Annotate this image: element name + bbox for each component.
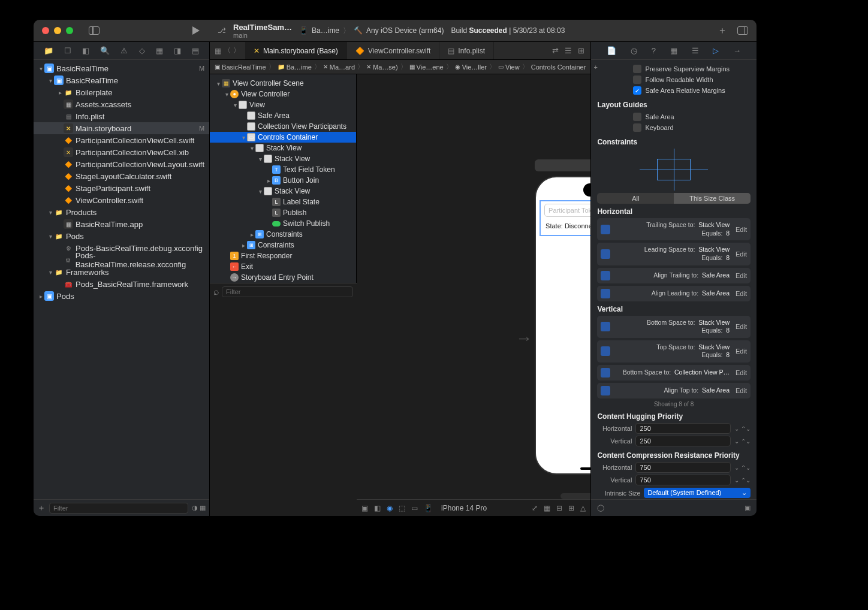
tree-item[interactable]: ▦BasicRealTime.app xyxy=(34,218,209,230)
project-navigator-icon[interactable]: 📁 xyxy=(44,46,53,55)
tree-item[interactable]: 🔶ParticipantCollectionViewLayout.swift xyxy=(34,158,209,170)
disclosure-icon[interactable]: ▸ xyxy=(37,293,44,300)
edit-button[interactable]: Edit xyxy=(736,226,747,233)
disclosure-icon[interactable]: ▾ xyxy=(257,188,264,195)
constraint-item[interactable]: Top Space to: Stack ViewEquals: 8Edit xyxy=(597,340,751,363)
tree-item[interactable]: ▾📁Products xyxy=(34,206,209,218)
zoom-window-icon[interactable] xyxy=(66,27,73,34)
tree-item[interactable]: ⚙Pods-BasicRealTime.release.xcconfig xyxy=(34,254,209,266)
jumpbar-crumb[interactable]: Controls Container xyxy=(531,64,586,71)
priority-input[interactable] xyxy=(635,475,731,485)
controls-container-view[interactable]: Participant Token Join State: Disconnect… xyxy=(540,200,590,236)
document-outline[interactable]: ▾▦View Controller Scene▾●View Controller… xyxy=(210,74,357,283)
tree-item[interactable]: ▸📁Boilerplate xyxy=(34,86,209,98)
disclosure-icon[interactable]: ▸ xyxy=(248,231,255,238)
tree-item[interactable]: ▾📁Pods xyxy=(34,230,209,242)
outline-item[interactable]: LPublish xyxy=(210,207,356,218)
close-window-icon[interactable] xyxy=(42,27,49,34)
size-inspector-icon[interactable]: ▷ xyxy=(713,46,719,55)
issue-navigator-icon[interactable]: ⚠ xyxy=(120,46,128,55)
tree-item[interactable]: ▤Info.plist xyxy=(34,110,209,122)
pin-icon[interactable]: ⊞ xyxy=(568,504,574,512)
disclosure-icon[interactable]: ▾ xyxy=(215,80,222,87)
device-name[interactable]: iPhone 14 Pro xyxy=(441,504,487,512)
symbol-navigator-icon[interactable]: ◧ xyxy=(82,46,89,55)
orientation-icon[interactable]: 📱 xyxy=(424,504,433,512)
tree-item[interactable]: 🔶ParticipantCollectionViewCell.swift xyxy=(34,134,209,146)
constraint-item[interactable]: Bottom Space to: Stack ViewEquals: 8Edit xyxy=(597,316,751,338)
library-icon[interactable]: ◯ xyxy=(597,504,604,512)
constraint-item[interactable]: Bottom Space to: Collection View P…Edit xyxy=(597,365,751,381)
disclosure-icon[interactable]: ▾ xyxy=(47,233,54,240)
editor-tab[interactable]: ✕Main.storyboard (Base) xyxy=(245,42,347,59)
priority-input[interactable] xyxy=(635,462,731,473)
outline-item[interactable]: ▭Collection View Participants xyxy=(210,121,356,132)
outline-item[interactable]: ←Exit xyxy=(210,261,356,272)
disclosure-icon[interactable]: ▾ xyxy=(231,102,239,108)
jumpbar-crumb[interactable]: ✕Ma…ard xyxy=(323,64,355,71)
checkbox-icon[interactable]: ✓ xyxy=(633,86,641,95)
edit-button[interactable]: Edit xyxy=(736,387,747,394)
checkbox-icon[interactable] xyxy=(633,76,641,84)
scene-dock[interactable] xyxy=(535,159,590,171)
outline-item[interactable]: →Storyboard Entry Point xyxy=(210,272,356,283)
edit-button[interactable]: Edit xyxy=(736,323,747,330)
add-file-icon[interactable]: ＋ xyxy=(37,503,46,514)
toggle-outline-icon[interactable]: ▣ xyxy=(361,504,368,512)
stepper-icon[interactable]: ⌄ ⌃⌄ xyxy=(734,464,751,471)
outline-item[interactable]: ▾▭Controls Container xyxy=(210,132,356,143)
inspector-selector[interactable]: 📄 ◷ ? ▦ ☰ ▷ → xyxy=(591,42,757,60)
jumpbar-crumb[interactable]: 📁Ba…ime xyxy=(278,64,312,71)
variants-icon[interactable]: ⬚ xyxy=(399,504,405,512)
recent-files-icon[interactable]: ◑ ▦ xyxy=(192,504,206,512)
outline-item[interactable]: LLabel State xyxy=(210,197,356,207)
intrinsic-size-select[interactable]: Default (System Defined)⌄ xyxy=(644,488,751,498)
edit-button[interactable]: Edit xyxy=(736,348,747,355)
edit-button[interactable]: Edit xyxy=(736,290,747,297)
checkbox-row[interactable]: Follow Readable Width xyxy=(597,74,751,85)
interface-builder-canvas[interactable]: → Participant Token Join xyxy=(357,74,590,499)
disclosure-icon[interactable]: ▾ xyxy=(248,145,255,152)
checkbox-row[interactable]: ✓Safe Area Relative Margins xyxy=(597,85,751,96)
outline-item[interactable]: ▾▭View xyxy=(210,99,356,110)
constraint-item[interactable]: Align Top to: Safe AreaEdit xyxy=(597,383,751,398)
project-tree[interactable]: ▾ ▣ BasicRealTime M ▾▣BasicRealTime▸📁Boi… xyxy=(34,60,209,499)
connections-inspector-icon[interactable]: → xyxy=(733,46,741,55)
toggle-bottom-icon[interactable]: ▣ xyxy=(745,504,751,512)
outline-item[interactable]: TText Field Token xyxy=(210,164,356,175)
disclosure-icon[interactable]: ▸ xyxy=(240,242,247,249)
editor-tab[interactable]: 🔶ViewController.swift xyxy=(347,42,439,59)
checkbox-row[interactable]: Keyboard xyxy=(597,122,751,133)
stepper-icon[interactable]: ⌄ ⌃⌄ xyxy=(734,477,751,484)
align-icon[interactable]: ⊟ xyxy=(556,504,562,512)
participant-token-field[interactable]: Participant Token xyxy=(544,204,590,217)
add-editor-below-icon[interactable]: ⊞ xyxy=(578,46,584,55)
constraint-item[interactable]: Align Leading to: Safe AreaEdit xyxy=(597,286,751,301)
jumpbar-crumb[interactable]: ▣BasicRealTime xyxy=(215,64,266,71)
source-control-navigator-icon[interactable]: ☐ xyxy=(64,46,71,55)
tree-root[interactable]: ▾ ▣ BasicRealTime M xyxy=(34,62,209,74)
file-inspector-icon[interactable]: 📄 xyxy=(607,46,616,55)
stepper-icon[interactable]: ⌄ ⌃⌄ xyxy=(734,438,751,445)
toggle-inspector-icon[interactable] xyxy=(737,26,748,35)
tree-item[interactable]: 🔶ViewController.swift xyxy=(34,194,209,206)
jumpbar-crumb[interactable]: ▦Vie…ene xyxy=(409,64,444,71)
project-title[interactable]: RealTimeSam… xyxy=(233,23,292,32)
debug-navigator-icon[interactable]: ▦ xyxy=(156,46,163,55)
constraint-item[interactable]: Trailing Space to: Stack ViewEquals: 8Ed… xyxy=(597,218,751,240)
disclosure-icon[interactable]: ▾ xyxy=(47,269,54,276)
edit-button[interactable]: Edit xyxy=(736,369,747,376)
report-navigator-icon[interactable]: ▤ xyxy=(192,46,199,55)
run-button-icon[interactable] xyxy=(192,26,200,35)
checkbox-icon[interactable] xyxy=(633,65,641,73)
priority-input[interactable] xyxy=(635,436,731,446)
stepper-icon[interactable]: ⌄ ⌃⌄ xyxy=(734,425,751,432)
attributes-inspector-icon[interactable]: ☰ xyxy=(692,46,699,55)
disclosure-icon[interactable]: ▾ xyxy=(37,65,44,72)
tree-item[interactable]: ✕Main.storyboardM xyxy=(34,122,209,134)
disclosure-icon[interactable]: ▾ xyxy=(47,209,54,216)
checkbox-icon[interactable] xyxy=(633,113,641,121)
outline-item[interactable]: ▸BButton Join xyxy=(210,175,356,186)
outline-item[interactable]: ▭Safe Area xyxy=(210,110,356,121)
resolve-icon[interactable]: △ xyxy=(580,504,586,512)
